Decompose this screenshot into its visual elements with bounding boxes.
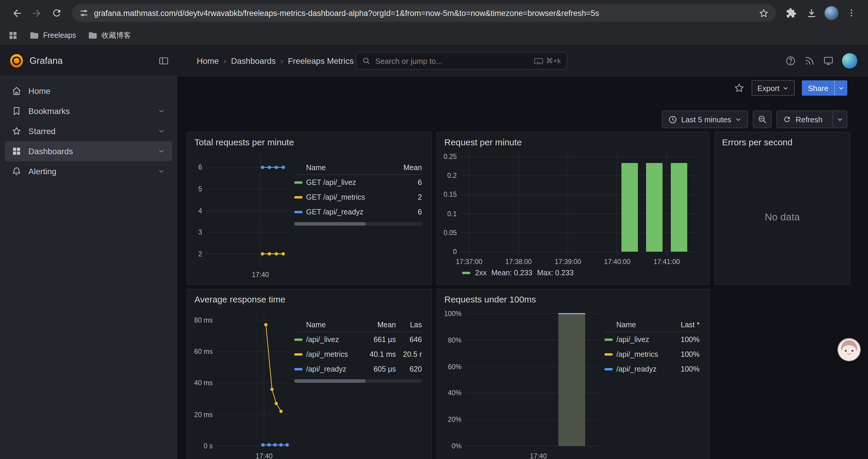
time-range-picker[interactable]: Last 5 minutes xyxy=(662,110,748,128)
time-series-plot[interactable] xyxy=(206,153,289,269)
chevron-down-icon xyxy=(783,85,789,91)
chevron-down-icon[interactable] xyxy=(158,168,165,175)
url-input[interactable] xyxy=(94,8,753,18)
legend-row[interactable]: /api/_metrics 40.1 ms 20.5 r xyxy=(294,347,422,362)
legend-row[interactable]: /api/_livez 100% xyxy=(604,332,700,347)
legend-scrollbar[interactable] xyxy=(294,379,422,383)
bar-chart-plot[interactable] xyxy=(461,153,700,256)
breadcrumb-dashboards[interactable]: Dashboards xyxy=(231,56,276,65)
series-name[interactable]: GET /api/_metrics xyxy=(306,193,391,201)
bookmark-blog-favorites[interactable]: 收藏博客 xyxy=(88,30,131,40)
browser-menu-button[interactable] xyxy=(842,4,861,23)
user-avatar[interactable] xyxy=(842,53,857,68)
y-tick-label: 4 xyxy=(198,207,202,214)
series-name[interactable]: /api/_livez xyxy=(616,335,669,343)
toggle-sidebar-button[interactable] xyxy=(158,55,169,66)
series-name[interactable]: /api/_readyz xyxy=(616,365,669,373)
sidebar-item-home[interactable]: Home xyxy=(5,81,172,101)
breadcrumb-home[interactable]: Home xyxy=(197,56,219,65)
legend-inline[interactable]: 2xx Mean: 0.233 Max: 0.233 xyxy=(441,266,700,280)
sidebar-item-bookmarks[interactable]: Bookmarks xyxy=(5,101,172,121)
bookmark-freeleaps[interactable]: Freeleaps xyxy=(30,31,76,40)
news-button[interactable] xyxy=(804,55,815,66)
search-box[interactable]: ⌘+k xyxy=(356,52,567,70)
legend-row[interactable]: /api/_metrics 100% xyxy=(604,347,700,362)
panel-title[interactable]: Errors per second xyxy=(715,132,850,150)
panel-title[interactable]: Requests under 100ms xyxy=(437,290,709,307)
nav-sidebar: Home Bookmarks Starred xyxy=(0,76,177,459)
series-name[interactable]: /api/_metrics xyxy=(306,350,359,358)
search-input[interactable] xyxy=(375,57,529,65)
y-tick-label: 0.15 xyxy=(443,191,457,198)
extensions-button[interactable] xyxy=(782,4,801,23)
series-name[interactable]: GET /api/_livez xyxy=(306,178,391,186)
scrollbar-thumb[interactable] xyxy=(294,379,366,383)
x-tick-label: 17:39:00 xyxy=(555,258,581,265)
scrollbar-thumb[interactable] xyxy=(294,222,366,226)
legend-row[interactable]: /api/_readyz 605 µs 620 xyxy=(294,362,422,376)
star-icon xyxy=(734,83,744,93)
export-button[interactable]: Export xyxy=(751,80,795,96)
x-tick-label: 17:40 xyxy=(252,271,269,278)
share-label[interactable]: Share xyxy=(802,80,834,96)
forward-button[interactable] xyxy=(27,4,46,23)
series-name[interactable]: 2xx xyxy=(475,269,487,277)
breadcrumb-separator: › xyxy=(224,56,226,65)
series-mean-value: 661 µs xyxy=(363,335,396,343)
legend-row[interactable]: GET /api/_livez 6 xyxy=(294,175,422,190)
refresh-icon xyxy=(783,115,792,124)
sidebar-item-dashboards[interactable]: Dashboards xyxy=(5,141,172,161)
legend-table: Name Last * /api/_livez 100% xyxy=(600,309,703,459)
legend-header-name[interactable]: Name xyxy=(294,321,359,329)
series-name[interactable]: /api/_readyz xyxy=(306,365,359,373)
bar-chart-plot[interactable] xyxy=(466,309,600,450)
legend-header-last[interactable]: Last * xyxy=(673,321,700,329)
profile-button[interactable] xyxy=(822,4,841,23)
panel-title[interactable]: Request per minute xyxy=(437,132,709,150)
legend-header-name[interactable]: Name xyxy=(604,321,669,329)
zoom-out-time-button[interactable] xyxy=(753,110,772,128)
chevron-down-icon[interactable] xyxy=(158,107,165,114)
back-button[interactable] xyxy=(7,4,26,23)
legend-row[interactable]: GET /api/_readyz 6 xyxy=(294,204,422,219)
series-mean-value: 605 µs xyxy=(363,365,396,373)
sidebar-item-alerting[interactable]: Alerting xyxy=(5,161,172,182)
browser-toolbar xyxy=(0,0,868,26)
bookmark-star-icon[interactable] xyxy=(759,8,769,18)
legend-header-name[interactable]: Name xyxy=(294,163,391,172)
series-name[interactable]: GET /api/_readyz xyxy=(306,208,391,216)
panel-requests-per-minute: Request per minute 0.250.20.150.10.050 1… xyxy=(437,132,710,285)
grafana-logo[interactable] xyxy=(9,53,24,68)
refresh-label: Refresh xyxy=(796,115,823,124)
legend-row[interactable]: GET /api/_metrics 2 xyxy=(294,190,422,204)
series-name[interactable]: /api/_livez xyxy=(306,335,359,343)
chevron-down-icon[interactable] xyxy=(158,148,165,155)
favorite-dashboard-button[interactable] xyxy=(734,83,744,93)
legend-row[interactable]: /api/_readyz 100% xyxy=(604,362,700,376)
series-name[interactable]: /api/_metrics xyxy=(616,350,669,358)
legend-table: Name Mean GET /api/_livez 6 xyxy=(289,153,426,280)
panel-title[interactable]: Average response time xyxy=(187,290,431,307)
chevron-down-icon[interactable] xyxy=(158,128,165,135)
refresh-button[interactable]: Refresh xyxy=(777,110,847,128)
sidebar-item-starred[interactable]: Starred xyxy=(5,121,172,141)
downloads-button[interactable] xyxy=(802,4,821,23)
share-menu-caret[interactable] xyxy=(834,80,847,96)
legend-header-mean[interactable]: Mean xyxy=(363,321,396,329)
refresh-interval-caret[interactable] xyxy=(833,111,847,128)
legend-scrollbar[interactable] xyxy=(294,222,422,226)
apps-grid-icon[interactable] xyxy=(8,31,18,40)
refresh-main[interactable]: Refresh xyxy=(777,111,829,128)
reload-button[interactable] xyxy=(47,4,66,23)
help-button[interactable] xyxy=(785,55,796,66)
legend-row[interactable]: /api/_livez 661 µs 646 xyxy=(294,332,422,347)
legend-header-mean[interactable]: Mean xyxy=(395,163,422,172)
panel-title[interactable]: Total requests per minute xyxy=(187,132,431,150)
time-series-plot[interactable] xyxy=(217,309,289,450)
assistant-avatar[interactable] xyxy=(838,338,860,361)
site-settings-icon[interactable] xyxy=(79,8,89,18)
share-button[interactable]: Share xyxy=(802,80,847,96)
url-bar[interactable] xyxy=(72,4,776,22)
legend-header-last[interactable]: Las xyxy=(399,321,422,329)
kiosk-mode-button[interactable] xyxy=(823,55,834,66)
